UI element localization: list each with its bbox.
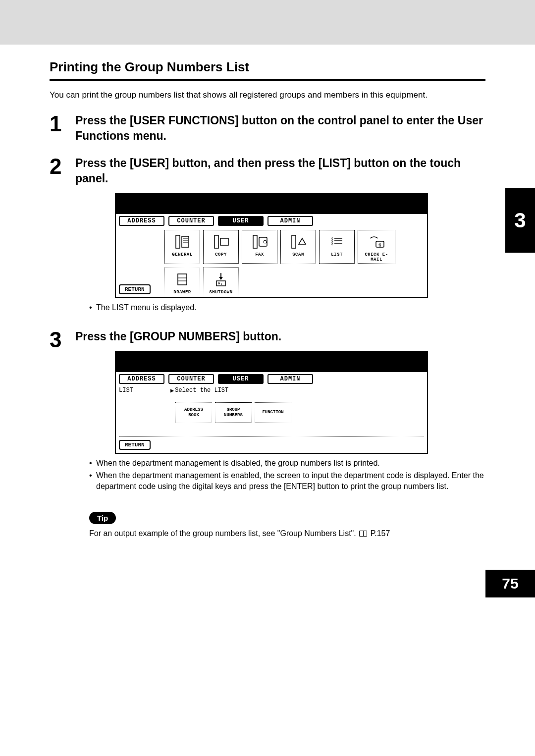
tip-page-ref: P.157 (371, 529, 390, 538)
return-button[interactable]: RETURN (119, 440, 151, 450)
section-title: Printing the Group Numbers List (50, 59, 485, 75)
tab-row: ADDRESS COUNTER USER ADMIN (116, 372, 427, 385)
step-text: Press the [USER FUNCTIONS] button on the… (75, 113, 485, 144)
step-number: 1 (50, 113, 75, 151)
drawer-icon (166, 270, 199, 289)
svg-rect-5 (214, 235, 218, 248)
title-bar (116, 352, 427, 372)
scan-label: SCAN (282, 252, 315, 257)
tip-text-before: For an output example of the group numbe… (89, 529, 358, 538)
title-rule (50, 79, 485, 81)
btn-line1: ADDRESS (184, 407, 203, 413)
select-list-prompt: ▶ Select the LIST (170, 387, 228, 394)
step-2: 2 Press the [USER] button, and then pres… (50, 156, 485, 324)
svg-rect-7 (253, 235, 257, 248)
scan-icon (282, 232, 315, 251)
note-item: The LIST menu is displayed. (89, 302, 485, 313)
btn-line2: NUMBERS (224, 413, 243, 418)
tab-row: ADDRESS COUNTER USER ADMIN (116, 214, 427, 227)
svg-point-9 (264, 240, 267, 243)
svg-rect-0 (176, 235, 180, 248)
step-1: 1 Press the [USER FUNCTIONS] button on t… (50, 113, 485, 151)
check-email-button[interactable]: @ CHECK E-MAIL (358, 230, 395, 264)
step-text: Press the [GROUP NUMBERS] button. (75, 329, 485, 344)
svg-rect-8 (259, 237, 267, 246)
drawer-button[interactable]: DRAWER (164, 268, 200, 296)
note-list-1: The LIST menu is displayed. (89, 302, 485, 313)
screenshot-user-menu: ADDRESS COUNTER USER ADMIN RETURN (115, 193, 428, 298)
note-item: When the department management is disabl… (89, 458, 485, 469)
chapter-tab: 3 (505, 188, 535, 253)
step-number: 3 (50, 329, 75, 538)
screenshot-list-menu: ADDRESS COUNTER USER ADMIN LIST ▶ Select… (115, 351, 428, 454)
svg-marker-11 (299, 238, 306, 244)
shutdown-label: SHUTDOWN (205, 290, 237, 295)
check-email-icon: @ (359, 232, 394, 251)
svg-rect-6 (220, 238, 228, 245)
svg-rect-17 (178, 274, 187, 285)
intro-text: You can print the group numbers list tha… (50, 90, 485, 100)
tab-user[interactable]: USER (218, 216, 264, 226)
prompt-text: Select the LIST (175, 387, 228, 394)
svg-text:@: @ (379, 242, 381, 247)
tab-address[interactable]: ADDRESS (119, 374, 164, 384)
tab-admin[interactable]: ADMIN (268, 216, 313, 226)
content-area: Printing the Group Numbers List You can … (0, 45, 535, 563)
copy-icon (205, 232, 237, 251)
fax-label: FAX (243, 252, 276, 257)
title-bar (116, 194, 427, 214)
page: 3 Printing the Group Numbers List You ca… (0, 0, 535, 597)
triangle-icon: ▶ (170, 387, 174, 394)
svg-rect-10 (292, 235, 296, 248)
header-gray-band (0, 0, 535, 45)
copy-button[interactable]: COPY (203, 230, 239, 264)
function-button[interactable]: FUNCTION (255, 402, 291, 423)
fax-icon (243, 232, 276, 251)
tip-badge: Tip (89, 512, 116, 524)
step-number: 2 (50, 156, 75, 324)
list-button[interactable]: LIST (319, 230, 355, 264)
tab-address[interactable]: ADDRESS (119, 216, 164, 226)
svg-point-23 (218, 283, 220, 284)
btn-line1: GROUP (226, 407, 240, 413)
tab-counter[interactable]: COUNTER (168, 374, 214, 384)
tab-user[interactable]: USER (218, 374, 264, 384)
shutdown-icon (205, 270, 237, 289)
svg-rect-1 (182, 236, 189, 247)
book-icon (359, 531, 367, 537)
copy-label: COPY (205, 252, 237, 257)
btn-line1: FUNCTION (262, 410, 283, 415)
btn-line2: BOOK (188, 413, 199, 418)
step-text: Press the [USER] button, and then press … (75, 156, 485, 186)
tip-text: For an output example of the group numbe… (89, 529, 485, 538)
svg-rect-22 (216, 281, 225, 286)
list-icon (321, 232, 353, 251)
tab-counter[interactable]: COUNTER (168, 216, 214, 226)
note-item: When the department management is enable… (89, 470, 485, 491)
scan-button[interactable]: SCAN (280, 230, 316, 264)
step-3: 3 Press the [GROUP NUMBERS] button. ADDR… (50, 329, 485, 538)
check-email-label: CHECK E-MAIL (359, 252, 394, 262)
svg-marker-21 (219, 277, 223, 280)
shutdown-button[interactable]: SHUTDOWN (203, 268, 239, 296)
general-icon (166, 232, 199, 251)
general-button[interactable]: GENERAL (164, 230, 200, 264)
list-label: LIST (321, 252, 353, 257)
general-label: GENERAL (166, 252, 199, 257)
list-mode-label: LIST (119, 387, 170, 394)
return-button[interactable]: RETURN (119, 284, 151, 294)
fax-button[interactable]: FAX (242, 230, 277, 264)
address-book-button[interactable]: ADDRESS BOOK (175, 402, 212, 423)
tab-admin[interactable]: ADMIN (268, 374, 313, 384)
drawer-label: DRAWER (166, 290, 199, 295)
group-numbers-button[interactable]: GROUP NUMBERS (215, 402, 252, 423)
page-number: 75 (485, 570, 535, 597)
note-list-2: When the department management is disabl… (89, 458, 485, 492)
footer: 75 (0, 563, 535, 597)
